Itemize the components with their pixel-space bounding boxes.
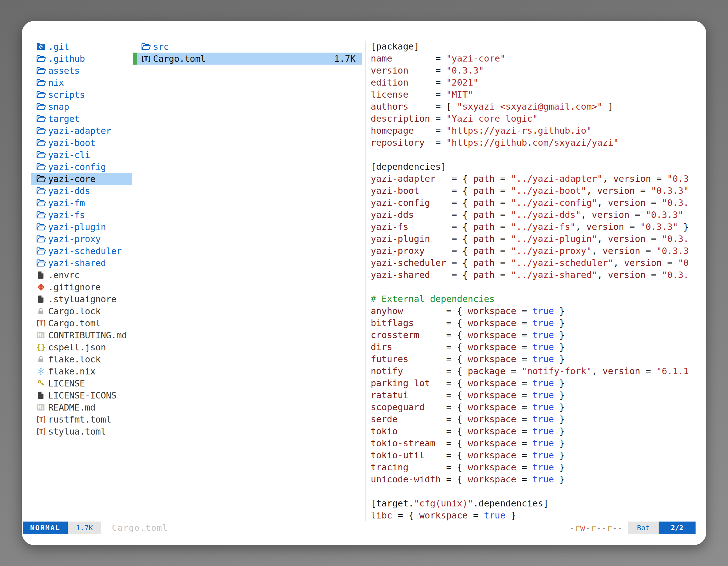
preview-line: yazi-shared = { path = "../yazi-shared",… xyxy=(371,269,706,281)
file-row[interactable]: .github xyxy=(31,53,132,65)
lock-icon xyxy=(35,354,47,365)
preview-line: name = "yazi-core" xyxy=(371,53,706,65)
file-row[interactable]: yazi-scheduler xyxy=(31,245,132,257)
preview-line: parking_lot = { workspace = true } xyxy=(371,377,706,389)
folder-icon xyxy=(35,90,47,100)
file-row[interactable]: yazi-dds xyxy=(31,185,132,197)
file-row[interactable]: LICENSE xyxy=(31,377,132,389)
file-row[interactable]: {}cspell.json xyxy=(31,341,132,353)
folder-icon xyxy=(35,162,47,172)
file-label: .envrc xyxy=(48,270,80,281)
file-row[interactable]: [T]rustfmt.toml xyxy=(31,413,132,425)
file-row[interactable]: yazi-fm xyxy=(31,197,132,209)
folder-icon xyxy=(35,258,47,269)
preview-line: authors = [ "sxyazi <sxyazi@gmail.com>" … xyxy=(371,101,706,113)
file-row[interactable]: scripts xyxy=(31,89,132,101)
file-row[interactable]: LICENSE-ICONS xyxy=(31,389,132,401)
file-row[interactable]: .envrc xyxy=(31,269,132,281)
file-row[interactable]: yazi-shared xyxy=(31,257,132,269)
preview-line: notify = { package = "notify-fork", vers… xyxy=(371,365,706,377)
toml-icon: [T] xyxy=(35,426,47,437)
file-row[interactable]: yazi-adapter xyxy=(31,125,132,137)
file-row[interactable]: .styluaignore xyxy=(31,293,132,305)
preview-line: repository = "https://github.com/sxyazi/… xyxy=(371,137,706,149)
file-row[interactable]: yazi-proxy xyxy=(31,233,132,245)
preview-line: unicode-width = { workspace = true } xyxy=(371,473,706,485)
file-row[interactable]: M↓README.md xyxy=(31,401,132,413)
file-row[interactable]: Cargo.lock xyxy=(31,305,132,317)
folder-icon xyxy=(35,114,47,124)
file-row[interactable]: yazi-cli xyxy=(31,149,132,161)
preview-line: yazi-boot = { path = "../yazi-boot", ver… xyxy=(371,185,706,197)
file-row[interactable]: nix xyxy=(31,77,132,89)
preview-line: license = "MIT" xyxy=(371,89,706,101)
file-row[interactable]: [T]Cargo.toml1.7K xyxy=(133,53,362,65)
file-row[interactable]: yazi-core xyxy=(31,173,132,185)
folder-icon xyxy=(35,234,47,245)
file-icon xyxy=(35,270,47,281)
file-row[interactable]: yazi-boot xyxy=(31,137,132,149)
file-label: README.md xyxy=(48,402,95,413)
file-label: snap xyxy=(48,102,69,112)
file-label: rustfmt.toml xyxy=(48,414,111,425)
scroll-position-label: Bot xyxy=(628,522,659,534)
file-row[interactable]: target xyxy=(31,113,132,125)
file-label: stylua.toml xyxy=(48,426,106,437)
toml-icon: [T] xyxy=(35,414,47,425)
folder-icon xyxy=(35,210,47,220)
markdown-icon: M↓ xyxy=(35,402,47,413)
yazi-window: .git.githubassetsnixscriptssnaptargetyaz… xyxy=(22,21,706,545)
file-row[interactable]: .git xyxy=(31,41,132,53)
status-filename: Cargo.toml xyxy=(112,523,168,533)
file-label: flake.nix xyxy=(48,366,95,377)
preview-line: yazi-fs = { path = "../yazi-fs", version… xyxy=(371,221,706,233)
file-label: yazi-adapter xyxy=(48,126,111,136)
file-row[interactable]: yazi-plugin xyxy=(31,221,132,233)
json-icon: {} xyxy=(35,342,47,353)
file-row[interactable]: yazi-fs xyxy=(31,209,132,221)
preview-line: [target."cfg(unix)".dependencies] xyxy=(371,497,706,509)
file-label: yazi-proxy xyxy=(48,234,101,245)
folder-icon xyxy=(35,246,47,257)
preview-line: libc = { workspace = true } xyxy=(371,509,706,522)
file-icon xyxy=(35,390,47,401)
file-label: nix xyxy=(48,78,64,88)
preview-line: crossterm = { workspace = true } xyxy=(371,329,706,341)
preview-pane[interactable]: [package]name = "yazi-core"version = "0.… xyxy=(371,41,706,522)
file-row[interactable]: M↓CONTRIBUTING.md xyxy=(31,329,132,341)
git-folder-icon xyxy=(35,41,47,52)
folder-icon xyxy=(35,222,47,233)
preview-line: serde = { workspace = true } xyxy=(371,413,706,425)
mode-badge: NORMAL xyxy=(23,522,68,534)
file-row[interactable]: [T]stylua.toml xyxy=(31,425,132,437)
preview-line: scopeguard = { workspace = true } xyxy=(371,401,706,413)
preview-line: homepage = "https://yazi-rs.github.io" xyxy=(371,125,706,137)
preview-line: ratatui = { workspace = true } xyxy=(371,389,706,401)
preview-line: anyhow = { workspace = true } xyxy=(371,305,706,317)
file-row[interactable]: .gitignore xyxy=(31,281,132,293)
file-row[interactable]: [T]Cargo.toml xyxy=(31,317,132,329)
file-label: assets xyxy=(48,65,80,76)
file-label: Cargo.toml xyxy=(48,318,101,328)
preview-line: bitflags = { workspace = true } xyxy=(371,317,706,329)
file-row[interactable]: flake.lock xyxy=(31,353,132,365)
cursor-position-badge: 2/2 xyxy=(659,522,696,534)
lock-icon xyxy=(35,306,47,316)
folder-icon xyxy=(35,150,47,160)
file-label: yazi-fm xyxy=(48,198,85,208)
key-icon xyxy=(35,378,47,389)
file-label: flake.lock xyxy=(48,354,101,365)
file-row[interactable]: assets xyxy=(31,65,132,77)
file-row[interactable]: src xyxy=(133,41,362,53)
file-size-badge: 1.7K xyxy=(68,522,101,534)
toml-icon: [T] xyxy=(140,53,152,64)
file-label: yazi-plugin xyxy=(48,222,106,233)
file-row[interactable]: yazi-config xyxy=(31,161,132,173)
file-label: .gitignore xyxy=(48,282,101,292)
file-row[interactable]: snap xyxy=(31,101,132,113)
file-row[interactable]: flake.nix xyxy=(31,365,132,377)
status-bar: NORMAL 1.7K Cargo.toml -rw-r--r-- Bot 2/… xyxy=(22,522,706,534)
folder-icon xyxy=(140,41,152,52)
parent-pane[interactable]: .git.githubassetsnixscriptssnaptargetyaz… xyxy=(31,41,132,437)
current-pane[interactable]: src[T]Cargo.toml1.7K xyxy=(133,41,362,65)
